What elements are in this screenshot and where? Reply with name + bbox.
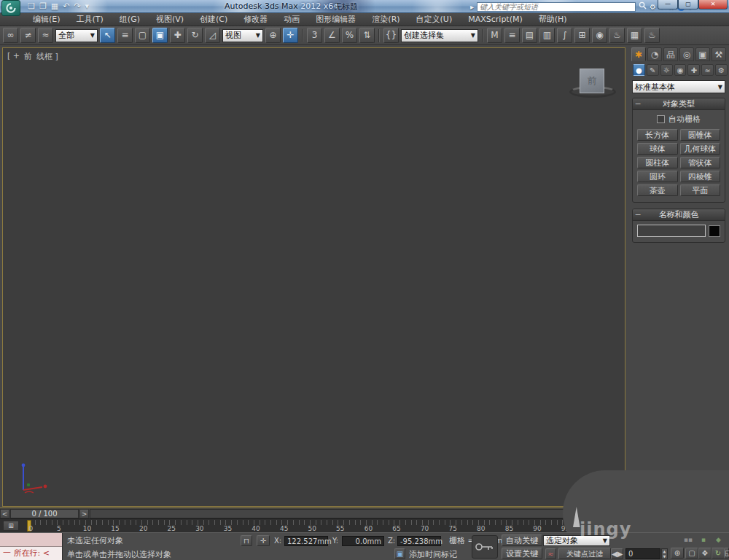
edit-named-sets-icon[interactable]: {}: [383, 28, 399, 43]
object-color-swatch[interactable]: [709, 225, 720, 237]
pan-hand-icon[interactable]: ✥: [698, 548, 712, 559]
save-file-icon[interactable]: ▦: [51, 1, 58, 12]
schematic-view-icon[interactable]: ⊞: [574, 28, 590, 43]
tab-hierarchy[interactable]: 品: [663, 47, 678, 61]
selection-lock-icon[interactable]: ⊓: [241, 535, 252, 546]
select-and-move-icon[interactable]: ✚: [170, 28, 185, 43]
menu-item[interactable]: 帮助(H): [531, 13, 575, 26]
primitive-button[interactable]: 圆柱体: [637, 157, 678, 168]
track-bar[interactable]: ⊞ 05101520253035404550556065707580859095: [0, 518, 628, 532]
listener-script-line[interactable]: 一 所在行: <: [0, 547, 62, 560]
render-production-icon[interactable]: ♨: [644, 28, 660, 43]
manage-layers-icon[interactable]: ▥: [539, 28, 555, 43]
playback-controls-dim[interactable]: ▪▪: [684, 536, 693, 543]
new-file-icon[interactable]: ❏: [28, 1, 35, 12]
select-and-link-icon[interactable]: ∞: [3, 28, 18, 43]
rendered-frame-icon[interactable]: ▦: [627, 28, 642, 43]
frame-spinner[interactable]: ▲▼: [661, 548, 668, 559]
layer-manager-icon[interactable]: ▤: [522, 28, 537, 43]
add-time-tag[interactable]: 添加时间标记: [409, 549, 457, 560]
menu-item[interactable]: MAXScript(M): [460, 13, 531, 26]
search-icon[interactable]: [639, 1, 647, 12]
object-name-field[interactable]: [637, 225, 706, 237]
curve-editor-icon[interactable]: ∫: [557, 28, 572, 43]
viewport-menu-view[interactable]: 前: [24, 51, 32, 62]
viewport-front-wireframe[interactable]: [ + 前 线框 ] 前: [2, 47, 625, 507]
go-to-start-icon[interactable]: ◀▶: [611, 548, 623, 559]
menu-item[interactable]: 工具(T): [69, 13, 112, 26]
tab-modify[interactable]: ◔: [647, 47, 662, 61]
orbit-icon[interactable]: ↻: [712, 548, 725, 559]
viewport-menu-plus[interactable]: [ +: [7, 51, 20, 62]
cat-helpers[interactable]: ✚: [687, 64, 700, 76]
autogrid-checkbox[interactable]: [657, 115, 665, 123]
cat-lights[interactable]: ☼: [660, 64, 673, 76]
zoom-icon[interactable]: ⊕: [671, 548, 684, 559]
set-key-button[interactable]: 设置关键点: [502, 548, 542, 559]
bind-to-spacewarp-icon[interactable]: ≈: [38, 28, 53, 43]
x-coordinate-field[interactable]: 122.527mm: [284, 536, 328, 546]
primitive-button[interactable]: 平面: [680, 184, 721, 196]
named-selection-sets-dropdown[interactable]: 创建选择集▼: [401, 29, 478, 42]
menu-item[interactable]: 修改器: [235, 13, 276, 26]
tab-create[interactable]: ✱: [631, 47, 646, 61]
unlink-selection-icon[interactable]: ≠: [20, 28, 36, 43]
menu-item[interactable]: 视图(V): [148, 13, 192, 26]
cat-shapes[interactable]: ✎: [647, 64, 659, 76]
use-pivot-center-icon[interactable]: ⊕: [265, 28, 281, 43]
close-button[interactable]: ✕: [698, 0, 728, 9]
primitive-button[interactable]: 管状体: [680, 157, 721, 168]
cat-spacewarps[interactable]: ≈: [701, 64, 714, 76]
name-color-rollout-header[interactable]: − 名称和颜色: [633, 209, 725, 221]
application-menu-button[interactable]: [1, 0, 20, 16]
absolute-offset-mode-icon[interactable]: ✛: [257, 535, 270, 546]
maximize-viewport-icon[interactable]: ◱: [724, 548, 729, 559]
select-by-name-icon[interactable]: ≡: [117, 28, 133, 43]
qat-dropdown-icon[interactable]: ▾: [85, 1, 90, 12]
cat-systems[interactable]: ⚙: [715, 64, 728, 76]
auto-key-button[interactable]: 自动关键点: [502, 534, 542, 546]
redo-icon[interactable]: ↷: [74, 1, 80, 12]
percent-snap-icon[interactable]: %: [342, 28, 357, 43]
minimize-button[interactable]: —: [658, 0, 678, 9]
cat-geometry[interactable]: ●: [633, 64, 645, 76]
select-and-manipulate-icon[interactable]: ✛: [283, 28, 298, 43]
snaps-toggle-icon[interactable]: 3: [307, 28, 322, 43]
primitive-button[interactable]: 几何球体: [680, 143, 721, 155]
spinner-snap-icon[interactable]: ⇅: [359, 28, 375, 43]
maximize-button[interactable]: ▢: [678, 0, 698, 9]
primitive-button[interactable]: 圆锥体: [680, 129, 721, 141]
window-crossing-icon[interactable]: ▣: [152, 28, 168, 43]
viewcube[interactable]: 前: [580, 69, 604, 93]
select-object-icon[interactable]: ↖: [100, 28, 115, 43]
next-key-icon-dim[interactable]: ◆: [716, 536, 721, 543]
menu-item[interactable]: 编辑(E): [25, 13, 69, 26]
search-flyout-icon[interactable]: ▸: [470, 3, 474, 11]
menu-item[interactable]: 动画: [276, 13, 308, 26]
select-and-rotate-icon[interactable]: ↻: [187, 28, 203, 43]
z-coordinate-field[interactable]: -95.238mm: [397, 536, 441, 546]
viewport-menu-shading[interactable]: 线框 ]: [36, 51, 58, 62]
key-filters-button[interactable]: 关键点过滤器...: [558, 548, 611, 559]
primitive-button[interactable]: 长方体: [637, 129, 678, 141]
play-icon-dim[interactable]: ▪: [701, 536, 706, 543]
menu-item[interactable]: 渲染(R): [364, 13, 408, 26]
mirror-icon[interactable]: M: [487, 28, 502, 43]
communication-center-icon[interactable]: ⚙: [650, 3, 656, 11]
menu-item[interactable]: 组(G): [112, 13, 148, 26]
align-icon[interactable]: ≡: [504, 28, 520, 43]
tab-display[interactable]: ▣: [695, 47, 710, 61]
set-keys-button[interactable]: [472, 535, 498, 559]
menu-item[interactable]: 创建(C): [192, 13, 235, 26]
primitive-button[interactable]: 四棱锥: [680, 171, 721, 182]
primitive-button[interactable]: 球体: [637, 143, 678, 155]
selection-filter-dropdown[interactable]: 全部▼: [55, 29, 98, 42]
menu-item[interactable]: 图形编辑器: [308, 13, 364, 26]
reference-coordinate-dropdown[interactable]: 视图▼: [222, 29, 263, 42]
tab-utilities[interactable]: ⚒: [712, 47, 726, 61]
render-setup-icon[interactable]: ♨: [609, 28, 625, 43]
search-input[interactable]: [477, 2, 636, 12]
object-type-rollout-header[interactable]: − 对象类型: [633, 98, 725, 110]
undo-icon[interactable]: ↶: [63, 1, 69, 12]
open-file-icon[interactable]: ❐: [39, 1, 47, 12]
